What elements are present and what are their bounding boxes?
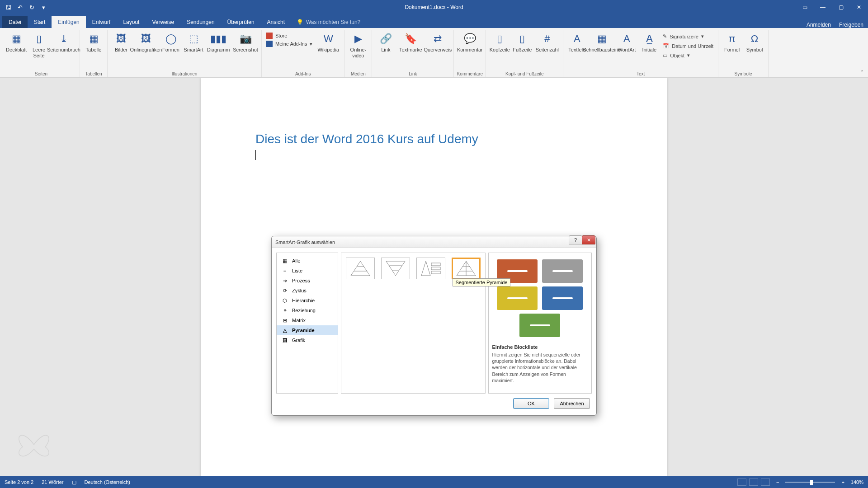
wordart-button[interactable]: AWordArt <box>616 30 637 55</box>
shapes-button[interactable]: ◯Formen <box>160 30 182 55</box>
read-mode-button[interactable] <box>737 479 746 486</box>
layout-inverted-pyramid[interactable] <box>381 258 410 279</box>
zoom-in-button[interactable]: + <box>841 479 844 485</box>
cross-ref-label: Querverweis <box>424 47 452 53</box>
my-addins-button[interactable]: Meine Add-Ins ▾ <box>266 41 312 47</box>
comment-label: Kommentar <box>457 47 483 53</box>
qat-customize-icon[interactable]: ▾ <box>40 4 47 11</box>
category-pyramid[interactable]: △Pyramide <box>277 325 338 335</box>
online-pictures-icon: 🖼 <box>141 32 151 46</box>
status-word-count[interactable]: 21 Wörter <box>42 479 63 485</box>
comment-button[interactable]: 💬Kommentar <box>457 30 483 55</box>
page-number-button[interactable]: #Seitenzahl <box>534 30 560 55</box>
tab-references[interactable]: Verweise <box>146 16 180 28</box>
screenshot-button[interactable]: 📷Screenshot <box>232 30 259 55</box>
ok-button[interactable]: OK <box>513 398 549 409</box>
dropcap-button[interactable]: A̲Initiale <box>638 30 660 55</box>
print-layout-button[interactable] <box>749 479 758 486</box>
category-picture[interactable]: 🖼Grafik <box>277 335 338 345</box>
undo-icon[interactable]: ↶ <box>16 4 24 11</box>
bookmark-icon: 🔖 <box>405 32 417 46</box>
symbol-button[interactable]: ΩSymbol <box>744 30 765 55</box>
layout-segmented-pyramid[interactable]: Segmentierte Pyramide <box>452 258 481 279</box>
tab-layout[interactable]: Layout <box>117 16 146 28</box>
category-matrix[interactable]: ⊞Matrix <box>277 315 338 325</box>
maximize-icon[interactable]: ▢ <box>832 0 850 14</box>
comment-icon: 💬 <box>464 32 476 46</box>
tell-me-search[interactable]: 💡 Was möchten Sie tun? <box>291 16 366 28</box>
wordart-label: WordArt <box>618 47 636 53</box>
object-button[interactable]: ▭Objekt ▾ <box>663 52 713 59</box>
spellcheck-icon[interactable]: ▢ <box>72 479 76 485</box>
signature-line-button[interactable]: ✎Signaturzeile ▾ <box>663 33 713 40</box>
category-all[interactable]: ▦Alle <box>277 256 338 266</box>
page-break-button[interactable]: ⤓Seitenumbruch <box>51 30 77 55</box>
tab-start[interactable]: Start <box>28 16 52 28</box>
dropcap-icon: A̲ <box>646 32 653 46</box>
group-tables-label: Tabellen <box>83 70 104 77</box>
category-hierarchy[interactable]: ⬡Hierarchie <box>277 296 338 305</box>
online-pictures-button[interactable]: 🖼Onlinegrafiken <box>133 30 159 55</box>
pagenum-label: Seitenzahl <box>536 47 559 53</box>
tab-file[interactable]: Datei <box>2 16 28 28</box>
minimize-icon[interactable]: — <box>814 0 832 14</box>
cover-page-button[interactable]: ▦Deckblatt <box>5 30 27 55</box>
layout-tooltip: Segmentierte Pyramide <box>453 278 511 286</box>
video-label: Online-video <box>348 47 368 59</box>
dialog-title-bar[interactable]: SmartArt-Grafik auswählen ? ✕ <box>272 236 596 248</box>
symbol-label: Symbol <box>746 47 763 53</box>
bookmark-button[interactable]: 🔖Textmarke <box>397 30 424 55</box>
save-icon[interactable]: 🖫 <box>5 4 12 11</box>
header-button[interactable]: ▯Kopfzeile <box>489 30 510 55</box>
tab-mailings[interactable]: Sendungen <box>180 16 221 28</box>
pictures-button[interactable]: 🖼Bilder <box>110 30 132 55</box>
date-time-button[interactable]: 📅Datum und Uhrzeit <box>663 42 713 50</box>
dialog-help-button[interactable]: ? <box>569 235 582 244</box>
store-button[interactable]: Store <box>266 33 312 39</box>
share-button[interactable]: Freigeben <box>839 22 863 28</box>
status-page[interactable]: Seite 2 von 2 <box>5 479 33 485</box>
category-list-item[interactable]: ≡Liste <box>277 266 338 276</box>
quickparts-button[interactable]: ▦Schnellbausteine <box>589 30 615 55</box>
tell-me-placeholder: Was möchten Sie tun? <box>306 19 360 25</box>
link-label: Link <box>381 47 390 53</box>
view-buttons <box>737 479 770 486</box>
layout-basic-pyramid[interactable] <box>346 258 375 279</box>
category-process[interactable]: ➔Prozess <box>277 276 338 286</box>
collapse-ribbon-icon[interactable]: ˄ <box>861 70 863 75</box>
zoom-level[interactable]: 140% <box>851 479 863 485</box>
close-icon[interactable]: ✕ <box>850 0 868 14</box>
cross-reference-button[interactable]: ⇄Querverweis <box>425 30 451 55</box>
link-button[interactable]: 🔗Link <box>375 30 396 55</box>
title-bar: 🖫 ↶ ↻ ▾ Dokument1.docx - Word ▭ — ▢ ✕ <box>0 0 868 14</box>
preview-block <box>497 286 538 310</box>
web-layout-button[interactable] <box>761 479 770 486</box>
equation-button[interactable]: πFormel <box>721 30 743 55</box>
zoom-out-button[interactable]: − <box>776 479 779 485</box>
layout-gallery: Segmentierte Pyramide <box>341 253 486 394</box>
tab-insert[interactable]: Einfügen <box>52 16 85 28</box>
tab-review[interactable]: Überprüfen <box>221 16 261 28</box>
chevron-down-icon: ▾ <box>701 33 704 39</box>
blank-page-button[interactable]: ▯Leere Seite <box>28 30 50 61</box>
redo-icon[interactable]: ↻ <box>28 4 35 11</box>
tab-design[interactable]: Entwurf <box>86 16 117 28</box>
layout-pyramid-list[interactable] <box>416 258 445 279</box>
category-cycle[interactable]: ⟳Zyklus <box>277 286 338 296</box>
footer-button[interactable]: ▯Fußzeile <box>511 30 533 55</box>
sign-in-link[interactable]: Anmelden <box>807 22 831 28</box>
tab-view[interactable]: Ansicht <box>261 16 291 28</box>
table-button[interactable]: ▦Tabelle <box>83 30 104 55</box>
category-relationship[interactable]: ⚭Beziehung <box>277 305 338 315</box>
dialog-close-button[interactable]: ✕ <box>582 235 595 244</box>
status-language[interactable]: Deutsch (Österreich) <box>85 479 130 485</box>
ribbon-display-icon[interactable]: ▭ <box>796 0 814 14</box>
chart-button[interactable]: ▮▮▮Diagramm <box>205 30 231 55</box>
date-icon: 📅 <box>663 43 669 49</box>
cancel-button[interactable]: Abbrechen <box>554 398 590 409</box>
smartart-button[interactable]: ⬚SmartArt <box>183 30 204 55</box>
online-video-button[interactable]: ▶Online-video <box>347 30 369 61</box>
wikipedia-button[interactable]: WWikipedia <box>315 30 341 55</box>
preview-block <box>542 259 583 283</box>
zoom-slider[interactable] <box>785 482 835 483</box>
